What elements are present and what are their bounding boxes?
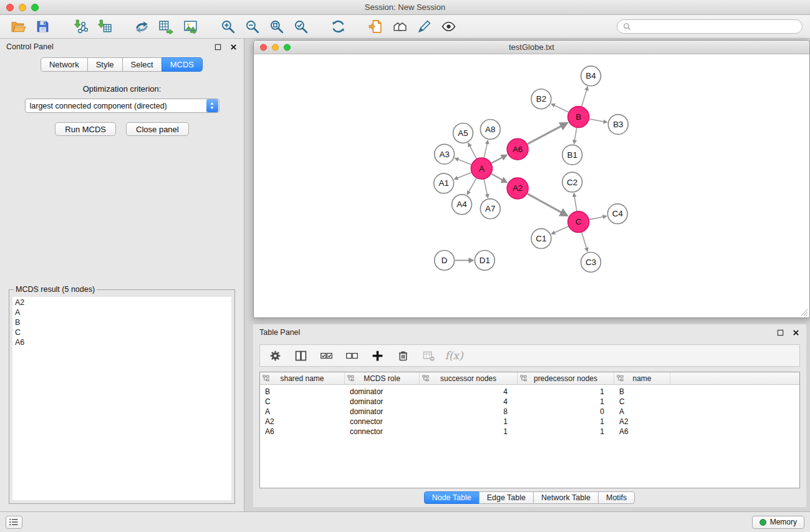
graph-edge-B-B4[interactable] <box>582 87 587 106</box>
document-import-button[interactable] <box>365 17 386 36</box>
graph-edge-A-A7[interactable] <box>484 180 488 198</box>
graph-edge-A-A2[interactable] <box>491 174 506 183</box>
function-builder-button[interactable]: f(x) <box>445 347 463 364</box>
graph-node-C4[interactable]: C4 <box>607 204 627 224</box>
graph-edge-C-C4[interactable] <box>589 216 606 220</box>
eye-button[interactable] <box>438 17 459 36</box>
close-window-button[interactable] <box>6 4 14 11</box>
graph-node-A1[interactable]: A1 <box>434 173 454 193</box>
graph-edge-B-B3[interactable] <box>589 119 607 122</box>
table-row[interactable]: Adominator80A <box>260 407 799 417</box>
minimize-network-window-button[interactable] <box>272 44 279 51</box>
float-table-panel-button[interactable] <box>776 328 784 337</box>
close-panel-button[interactable] <box>229 42 238 51</box>
delete-table-button[interactable] <box>420 347 437 364</box>
close-panel-button-2[interactable]: Close panel <box>126 122 189 136</box>
graph-edge-A-A8[interactable] <box>484 140 488 157</box>
column-header-successor-nodes[interactable]: successor nodes <box>420 372 518 384</box>
save-session-button[interactable] <box>32 17 53 36</box>
graph-node-B4[interactable]: B4 <box>581 66 601 86</box>
result-item[interactable]: B <box>15 317 229 327</box>
graph-node-A2[interactable]: A2 <box>507 178 528 199</box>
close-table-panel-button[interactable] <box>791 328 800 337</box>
tab-edge-table[interactable]: Edge Table <box>479 491 534 504</box>
zoom-network-window-button[interactable] <box>284 44 291 51</box>
memory-button[interactable]: Memory <box>752 516 804 529</box>
tab-network-table[interactable]: Network Table <box>533 491 599 504</box>
table-row[interactable]: Bdominator41B <box>260 387 799 397</box>
result-item[interactable]: A <box>15 307 229 317</box>
pencil-button[interactable] <box>413 17 435 36</box>
resize-grip-icon[interactable] <box>800 308 808 316</box>
export-image-button[interactable] <box>180 17 201 36</box>
graph-edge-C-C2[interactable] <box>574 193 576 211</box>
graph-node-B2[interactable]: B2 <box>531 89 551 109</box>
zoom-selected-button[interactable] <box>290 17 311 36</box>
zoom-fit-button[interactable] <box>266 17 287 36</box>
graph-edge-A-A3[interactable] <box>455 158 471 165</box>
result-item[interactable]: A6 <box>15 337 229 347</box>
result-item[interactable]: C <box>15 327 229 337</box>
graph-edge-A-A5[interactable] <box>468 143 476 159</box>
network-canvas[interactable]: AA1A2A3A4A5A6A7A8BB1B2B3B4CC1C2C3C4DD1 <box>254 55 809 317</box>
select-all-button[interactable] <box>317 347 335 364</box>
graph-node-A[interactable]: A <box>471 158 492 179</box>
graph-edge-C-C1[interactable] <box>552 226 569 234</box>
graph-node-C2[interactable]: C2 <box>562 172 582 192</box>
show-panels-button[interactable] <box>6 516 22 529</box>
graph-edge-A6-B[interactable] <box>528 123 567 144</box>
delete-column-button[interactable] <box>394 347 412 364</box>
table-row[interactable]: A6connector11A6 <box>260 427 799 437</box>
search-field[interactable] <box>617 19 803 34</box>
graph-node-A6[interactable]: A6 <box>507 138 528 160</box>
graph-node-C3[interactable]: C3 <box>581 252 601 272</box>
optimization-criterion-select[interactable]: largest connected component (directed) <box>25 99 219 113</box>
tab-motifs[interactable]: Motifs <box>598 491 635 504</box>
graph-node-D[interactable]: D <box>435 251 455 271</box>
graph-node-A3[interactable]: A3 <box>435 144 455 164</box>
add-column-button[interactable] <box>369 347 386 364</box>
import-network-button[interactable] <box>69 17 90 36</box>
graph-node-B[interactable]: B <box>568 107 589 128</box>
result-item[interactable]: A2 <box>15 297 229 307</box>
graph-node-A5[interactable]: A5 <box>453 123 473 143</box>
graph-edge-C-C3[interactable] <box>582 233 587 251</box>
table-row[interactable]: A2connector11A2 <box>260 417 799 427</box>
graph-node-D1[interactable]: D1 <box>475 251 494 271</box>
mcds-result-list[interactable]: A2ABCA6 <box>12 297 231 500</box>
graph-edge-A-A4[interactable] <box>467 178 476 195</box>
column-header-name[interactable]: name <box>614 372 670 384</box>
column-settings-button[interactable] <box>266 347 284 364</box>
graph-node-B1[interactable]: B1 <box>562 145 582 165</box>
graph-edge-A2-C[interactable] <box>528 194 567 216</box>
graph-node-C1[interactable]: C1 <box>531 229 551 249</box>
double-home-button[interactable] <box>389 17 410 36</box>
export-network-button[interactable] <box>131 17 152 36</box>
open-session-button[interactable] <box>7 17 29 36</box>
tab-select[interactable]: Select <box>122 57 162 72</box>
minimize-window-button[interactable] <box>19 4 26 11</box>
graph-node-B3[interactable]: B3 <box>608 115 628 135</box>
float-panel-button[interactable] <box>213 42 222 51</box>
graph-edge-B-B2[interactable] <box>551 104 568 112</box>
column-header-MCDS-role[interactable]: MCDS role <box>345 372 420 384</box>
graph-node-C[interactable]: C <box>568 211 589 233</box>
search-input[interactable] <box>634 22 796 31</box>
deselect-all-button[interactable] <box>343 347 360 364</box>
tab-style[interactable]: Style <box>87 57 123 72</box>
graph-node-A8[interactable]: A8 <box>480 120 500 140</box>
export-table-button[interactable] <box>155 17 176 36</box>
table-row[interactable]: Cdominator41C <box>260 397 799 407</box>
split-table-button[interactable] <box>292 347 309 364</box>
graph-edge-A-A1[interactable] <box>455 173 471 180</box>
run-mcds-button[interactable]: Run MCDS <box>55 122 116 136</box>
tab-mcds[interactable]: MCDS <box>162 57 203 72</box>
tab-network[interactable]: Network <box>41 57 88 72</box>
column-header-shared-name[interactable]: shared name <box>260 372 345 384</box>
column-header-predecessor-nodes[interactable]: predecessor nodes <box>518 372 614 384</box>
zoom-out-button[interactable] <box>241 17 263 36</box>
close-network-window-button[interactable] <box>260 44 267 51</box>
zoom-window-button[interactable] <box>31 4 39 11</box>
graph-edge-B-B1[interactable] <box>574 128 577 143</box>
refresh-layout-button[interactable] <box>327 17 349 36</box>
